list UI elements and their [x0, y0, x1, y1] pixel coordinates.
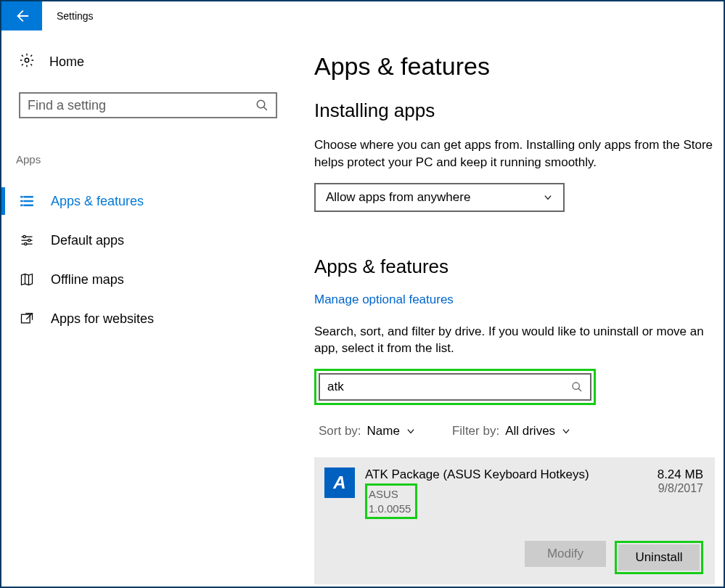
app-search-input[interactable]: atk — [319, 373, 591, 401]
installing-title: Installing apps — [314, 99, 724, 122]
app-list-item[interactable]: A ATK Package (ASUS Keyboard Hotkeys) AS… — [314, 457, 715, 584]
open-external-icon — [19, 311, 35, 327]
svg-point-0 — [25, 58, 29, 62]
page-title: Apps & features — [314, 52, 724, 81]
manage-optional-link[interactable]: Manage optional features — [314, 293, 454, 307]
search-icon — [571, 381, 583, 393]
sort-by[interactable]: Sort by: Name — [319, 424, 416, 438]
app-name: ATK Package (ASUS Keyboard Hotkeys) — [365, 467, 647, 482]
nav-label: Apps & features — [51, 194, 144, 209]
svg-rect-3 — [24, 196, 33, 197]
apps-desc: Search, sort, and filter by drive. If yo… — [314, 323, 713, 358]
nav-label: Default apps — [51, 233, 124, 248]
filter-value: All drives — [505, 424, 555, 438]
title-bar: Settings — [1, 1, 724, 30]
home-button[interactable]: Home — [15, 52, 288, 72]
app-size: 8.24 MB — [658, 467, 703, 482]
app-version: 1.0.0055 — [369, 502, 411, 516]
home-label: Home — [49, 54, 84, 70]
list-icon — [19, 193, 35, 209]
filter-label: Filter by: — [452, 424, 499, 438]
svg-point-1 — [257, 100, 265, 108]
window-title: Settings — [42, 1, 94, 30]
sidebar-search-placeholder: Find a setting — [28, 98, 255, 113]
nav-label: Offline maps — [51, 272, 124, 287]
search-icon — [255, 99, 269, 112]
app-publisher: ASUS — [369, 487, 411, 502]
svg-rect-11 — [22, 314, 30, 323]
svg-rect-6 — [21, 205, 23, 206]
svg-rect-5 — [24, 200, 33, 202]
publisher-highlight: ASUS 1.0.0055 — [365, 483, 417, 519]
sidebar-nav: Apps & features Default apps Offline map… — [1, 181, 288, 338]
installing-desc: Choose where you can get apps from. Inst… — [314, 136, 713, 171]
sidebar: Home Find a setting Apps Apps & features… — [1, 30, 288, 587]
sidebar-category: Apps — [15, 153, 288, 166]
sidebar-search[interactable]: Find a setting — [19, 92, 277, 118]
sort-value: Name — [367, 424, 400, 438]
nav-offline-maps[interactable]: Offline maps — [1, 260, 288, 299]
nav-apps-features[interactable]: Apps & features — [1, 181, 288, 221]
svg-rect-4 — [21, 200, 23, 202]
svg-point-10 — [25, 242, 27, 245]
back-arrow-icon — [14, 8, 30, 24]
app-date: 9/8/2017 — [658, 482, 703, 495]
app-icon: A — [324, 467, 355, 498]
sliders-icon — [19, 232, 35, 248]
uninstall-button[interactable]: Uninstall — [618, 544, 700, 571]
app-search-highlight: atk — [314, 369, 596, 405]
modify-button: Modify — [525, 541, 606, 567]
chevron-down-icon — [543, 192, 553, 203]
dropdown-value: Allow apps from anywhere — [326, 190, 543, 205]
chevron-down-icon — [406, 426, 416, 436]
sort-label: Sort by: — [319, 424, 361, 438]
nav-default-apps[interactable]: Default apps — [1, 221, 288, 260]
install-source-dropdown[interactable]: Allow apps from anywhere — [314, 183, 565, 212]
apps-section-title: Apps & features — [314, 256, 724, 278]
svg-point-8 — [23, 235, 25, 237]
app-icon-letter: A — [333, 473, 345, 493]
svg-rect-2 — [21, 196, 23, 197]
filter-row: Sort by: Name Filter by: All drives — [314, 424, 724, 438]
filter-by[interactable]: Filter by: All drives — [452, 424, 571, 438]
gear-icon — [19, 52, 35, 72]
app-search-value: atk — [327, 380, 571, 394]
back-button[interactable] — [1, 1, 42, 30]
chevron-down-icon — [561, 426, 571, 436]
uninstall-highlight: Uninstall — [615, 541, 703, 574]
nav-apps-websites[interactable]: Apps for websites — [1, 299, 288, 338]
svg-rect-7 — [24, 205, 33, 206]
svg-point-9 — [28, 239, 30, 241]
nav-label: Apps for websites — [51, 311, 154, 327]
main-content: Apps & features Installing apps Choose w… — [288, 30, 724, 587]
map-icon — [19, 271, 35, 287]
svg-point-12 — [573, 383, 579, 389]
